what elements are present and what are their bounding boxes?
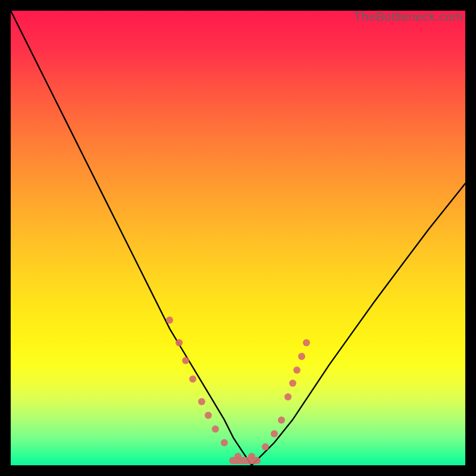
curve-layer [11, 11, 465, 465]
data-point [271, 430, 278, 437]
chart-frame: TheBottleneck.com [0, 0, 476, 476]
data-point [189, 375, 196, 383]
data-point [278, 416, 285, 424]
data-point [176, 339, 183, 346]
watermark-text: TheBottleneck.com [354, 10, 463, 24]
data-point [198, 398, 205, 405]
data-point [221, 439, 228, 446]
data-point [166, 317, 173, 324]
data-point [293, 367, 300, 374]
data-point [303, 339, 310, 346]
plot-area: TheBottleneck.com [11, 11, 465, 465]
data-point [298, 353, 305, 360]
data-point-cluster [229, 457, 261, 464]
bottleneck-curve [11, 11, 465, 465]
data-point [212, 425, 219, 433]
